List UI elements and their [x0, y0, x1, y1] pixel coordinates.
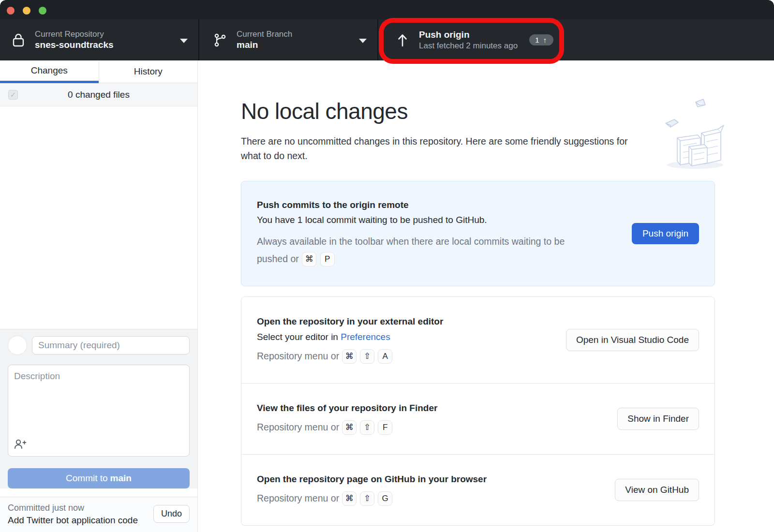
current-repository-dropdown[interactable]: Current Repository snes-soundtracks [0, 19, 199, 60]
branch-name: main [237, 39, 292, 51]
p-key: P [320, 252, 335, 266]
f-key: F [378, 420, 392, 435]
preferences-link[interactable]: Preferences [341, 332, 390, 342]
cmd-key: ⌘ [342, 349, 357, 364]
show-in-finder-button[interactable]: Show in Finder [617, 408, 699, 430]
repository-name: snes-soundtracks [35, 39, 114, 51]
branch-label: Current Branch [237, 29, 292, 39]
shift-key: ⇧ [360, 491, 374, 506]
ahead-count-badge: 1 ↑ [529, 34, 553, 45]
push-origin-button[interactable]: Push origin [632, 223, 699, 244]
app-window: Current Repository snes-soundtracks Curr… [0, 0, 774, 532]
cmd-key: ⌘ [342, 491, 357, 506]
cmd-key: ⌘ [302, 252, 316, 266]
g-key: G [378, 491, 392, 506]
select-all-checkbox[interactable]: ✓ [8, 90, 18, 100]
shift-key: ⇧ [360, 420, 374, 435]
titlebar [0, 0, 774, 19]
add-coauthor-icon[interactable] [14, 438, 26, 452]
last-commit-message: Add Twitter bot application code [8, 514, 138, 527]
suggestions-panel: Open the repository in your external edi… [241, 296, 715, 526]
chevron-down-icon [180, 39, 188, 43]
chevron-down-icon [359, 39, 367, 43]
arrow-up-icon [394, 33, 411, 47]
toolbar: Current Repository snes-soundtracks Curr… [0, 19, 774, 60]
shift-key: ⇧ [360, 349, 374, 364]
avatar [8, 336, 27, 355]
changed-files-count: 0 changed files [0, 89, 197, 100]
page-title: No local changes [241, 98, 715, 124]
push-panel-line: You have 1 local commit waiting to be pu… [257, 215, 632, 225]
commit-status-text: Committed just now [8, 502, 138, 514]
tab-changes[interactable]: Changes [0, 60, 99, 83]
undo-button[interactable]: Undo [153, 505, 190, 523]
sidebar-tabs: Changes History [0, 60, 197, 83]
commit-to-main-button[interactable]: Commit tomain [8, 468, 190, 488]
open-in-vscode-button[interactable]: Open in Visual Studio Code [566, 329, 699, 351]
push-panel-hint: Always available in the toolbar when the… [257, 233, 595, 267]
a-key: A [378, 349, 392, 364]
minimize-window-button[interactable] [23, 7, 30, 15]
push-panel-title: Push commits to the origin remote [257, 200, 632, 210]
tab-history[interactable]: History [99, 60, 198, 83]
push-commits-panel: Push commits to the origin remote You ha… [241, 181, 715, 286]
commit-form: Commit tomain [0, 329, 197, 488]
sidebar: Changes History ✓ 0 changed files [0, 60, 198, 532]
paper-stack-illustration [664, 98, 727, 171]
suggestion-open-editor: Open the repository in your external edi… [241, 297, 714, 383]
main-panel: No local changes There are no uncommitte… [198, 60, 774, 532]
git-branch-icon [211, 32, 229, 48]
repository-label: Current Repository [35, 29, 114, 39]
suggestion-view-on-github: Open the repository page on GitHub in yo… [241, 454, 714, 525]
commit-description-input[interactable] [8, 365, 190, 457]
current-branch-dropdown[interactable]: Current Branch main [199, 19, 378, 60]
undo-commit-bar: Committed just now Add Twitter bot appli… [0, 497, 197, 532]
cmd-key: ⌘ [342, 420, 357, 435]
page-subtitle: There are no uncommitted changes in this… [241, 134, 647, 163]
push-origin-title: Push origin [419, 29, 518, 41]
close-window-button[interactable] [7, 7, 15, 15]
suggestion-show-in-finder: View the files of your repository in Fin… [241, 383, 714, 454]
push-origin-toolbar-button[interactable]: Push origin Last fetched 2 minutes ago 1… [378, 19, 572, 60]
zoom-window-button[interactable] [39, 7, 46, 15]
lock-icon [10, 33, 27, 47]
push-origin-subtitle: Last fetched 2 minutes ago [419, 41, 518, 51]
view-on-github-button[interactable]: View on GitHub [615, 479, 699, 501]
changed-files-header: ✓ 0 changed files [0, 83, 197, 106]
commit-summary-input[interactable] [32, 336, 190, 355]
changes-list-empty [0, 106, 197, 329]
